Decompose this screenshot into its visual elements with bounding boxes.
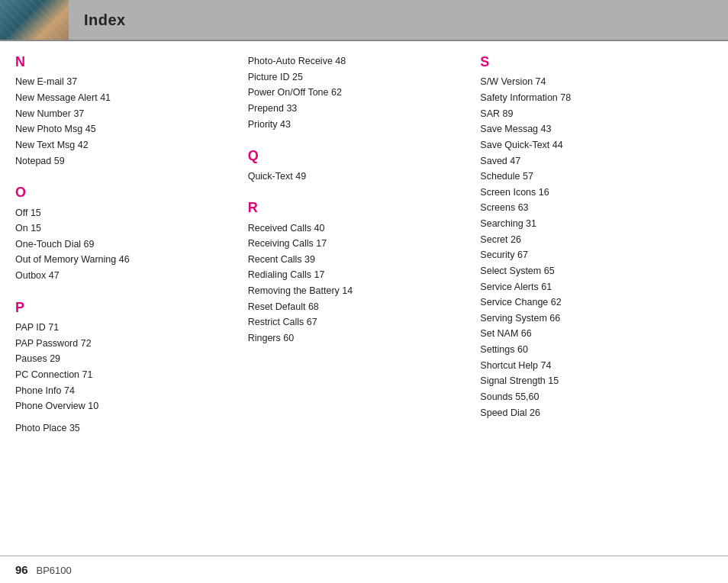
index-entry: Service Alerts 61 [480, 279, 705, 295]
index-entry: On 15 [15, 221, 240, 237]
index-entry: New Text Msg 42 [15, 137, 240, 153]
page-number: 96 [15, 563, 28, 576]
index-entry: Saved 47 [480, 153, 705, 169]
index-entry: Save Quick-Text 44 [480, 137, 705, 153]
index-entry: S/W Version 74 [480, 74, 705, 90]
index-entry: Ringers 60 [248, 330, 473, 346]
index-entry: Power On/Off Tone 62 [248, 85, 473, 101]
index-entry: New Photo Msg 45 [15, 121, 240, 137]
index-entry: New Number 37 [15, 106, 240, 122]
index-entry: PAP Password 72 [15, 336, 240, 352]
index-entry: New Message Alert 41 [15, 90, 240, 106]
content-area: NNew E-mail 37New Message Alert 41New Nu… [0, 41, 728, 443]
section-gap [248, 132, 473, 141]
index-entry: Save Messag 43 [480, 121, 705, 137]
section-gap [248, 184, 473, 193]
index-entry: Pauses 29 [15, 351, 240, 367]
section-letter-p-col1: P [15, 299, 240, 317]
column-1: NNew E-mail 37New Message Alert 41New Nu… [15, 53, 248, 436]
index-entry: Reset Default 68 [248, 299, 473, 315]
index-entry: Phone Overview 10 [15, 398, 240, 414]
header-title: Index [69, 11, 126, 29]
index-entry: Service Change 62 [480, 295, 705, 311]
index-entry: Shortcut Help 74 [480, 358, 705, 374]
index-entry: Sounds 55,60 [480, 389, 705, 405]
section-gap [15, 169, 240, 178]
index-entry: Speed Dial 26 [480, 405, 705, 421]
header: Index [0, 0, 728, 40]
footer: 96 BP6100 [0, 556, 728, 583]
index-entry: Removing the Battery 14 [248, 283, 473, 299]
index-entry: Schedule 57 [480, 169, 705, 185]
index-entry: Safety Information 78 [480, 90, 705, 106]
index-entry: Restrict Calls 67 [248, 314, 473, 330]
index-entry: Off 15 [15, 205, 240, 221]
section-gap [15, 284, 240, 293]
index-entry: Screens 63 [480, 200, 705, 216]
index-entry: Photo-Auto Receive 48 [248, 53, 473, 69]
index-entry: Phone Info 74 [15, 383, 240, 399]
index-entry: Searching 31 [480, 216, 705, 232]
index-entry [15, 414, 240, 420]
header-image [0, 0, 69, 40]
index-entry: PAP ID 71 [15, 320, 240, 336]
index-entry: New E-mail 37 [15, 74, 240, 90]
index-entry: Priority 43 [248, 117, 473, 133]
index-entry: Picture ID 25 [248, 69, 473, 85]
section-letter-s-col3: S [480, 53, 705, 71]
section-letter-n-col1: N [15, 53, 240, 71]
index-entry: Out of Memory Warning 46 [15, 252, 240, 268]
index-entry: Set NAM 66 [480, 326, 705, 342]
index-entry: Photo Place 35 [15, 420, 240, 436]
model-name: BP6100 [37, 565, 72, 576]
index-entry: Quick-Text 49 [248, 169, 473, 185]
index-entry: Select System 65 [480, 263, 705, 279]
index-entry: Security 67 [480, 247, 705, 263]
index-entry: Redialing Calls 17 [248, 267, 473, 283]
index-entry: Notepad 59 [15, 153, 240, 169]
index-entry: Receiving Calls 17 [248, 236, 473, 252]
index-entry: Received Calls 40 [248, 221, 473, 237]
index-entry: PC Connection 71 [15, 367, 240, 383]
index-entry: Prepend 33 [248, 101, 473, 117]
index-entry: Secret 26 [480, 232, 705, 248]
index-entry: Serving System 66 [480, 311, 705, 327]
footer-text: 96 BP6100 [15, 563, 72, 576]
index-entry: Screen Icons 16 [480, 185, 705, 201]
index-entry: One-Touch Dial 69 [15, 237, 240, 253]
section-letter-q-col2: Q [248, 147, 473, 165]
column-2: Photo-Auto Receive 48Picture ID 25Power … [248, 53, 481, 436]
index-entry: Signal Strength 15 [480, 373, 705, 389]
index-entry: Settings 60 [480, 342, 705, 358]
section-letter-r-col2: R [248, 199, 473, 217]
index-entry: Recent Calls 39 [248, 252, 473, 268]
column-3: SS/W Version 74Safety Information 78SAR … [480, 53, 713, 436]
index-entry: SAR 89 [480, 106, 705, 122]
index-entry: Outbox 47 [15, 268, 240, 284]
section-letter-o-col1: O [15, 184, 240, 201]
